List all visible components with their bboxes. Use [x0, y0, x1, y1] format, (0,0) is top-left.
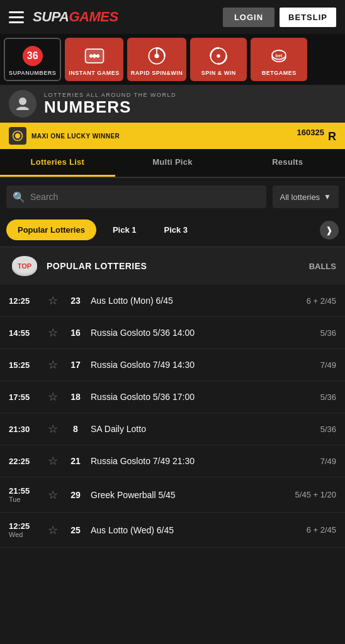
- lottery-row: 21:55 Tue ☆ 29 Greek Powerball 5/45 5/45…: [0, 477, 345, 513]
- brand-bar: LOTTERIES ALL AROUND THE WORLD NUMBERS: [0, 85, 345, 123]
- favorite-button[interactable]: ☆: [45, 523, 60, 537]
- star-icon: ☆: [48, 326, 58, 340]
- list-header-title: POPULAR LOTTERIES: [47, 261, 303, 271]
- star-icon: ☆: [48, 358, 58, 372]
- cat-spin-win[interactable]: SPIN & WIN: [190, 38, 247, 81]
- lottery-balls: 5/36: [298, 328, 336, 338]
- menu-button[interactable]: [9, 11, 24, 23]
- betgames-icon: bet: [267, 44, 291, 68]
- svg-point-10: [217, 54, 220, 57]
- list-header: TOP POPULAR LOTTERIES BALLS: [0, 247, 345, 285]
- lottery-balls: 7/49: [298, 360, 336, 370]
- cat-betgames-label: BETGAMES: [262, 70, 297, 76]
- supanumbers-icon: 36: [21, 44, 45, 68]
- filter-label: All lotteries: [280, 192, 320, 202]
- cat-rapid-spin[interactable]: RAPID SPIN&WIN: [127, 38, 187, 81]
- lottery-name: Aus Lotto (Mon) 6/45: [91, 296, 292, 306]
- pill-pick3[interactable]: Pick 3: [153, 219, 200, 240]
- svg-text:bet: bet: [276, 53, 283, 58]
- lottery-list: 12:25 ☆ 23 Aus Lotto (Mon) 6/45 6 + 2/45…: [0, 285, 345, 548]
- lottery-balls: 6 + 2/45: [298, 296, 336, 306]
- svg-text:TOP: TOP: [18, 262, 31, 270]
- tab-lotteries-list[interactable]: Lotteries List: [0, 149, 115, 177]
- pills-next-button[interactable]: ❱: [320, 221, 339, 240]
- chevron-down-icon: ▼: [324, 192, 331, 201]
- star-icon: ☆: [48, 422, 58, 436]
- logo-games: GAMES: [69, 9, 118, 25]
- header-right: LOGIN BETSLIP: [223, 8, 336, 27]
- lottery-name: Russia Gosloto 5/36 14:00: [91, 328, 292, 338]
- star-icon: ☆: [48, 390, 58, 404]
- star-icon: ☆: [48, 454, 58, 468]
- lottery-name: Aus Lotto (Wed) 6/45: [91, 525, 292, 535]
- lottery-number: 16: [67, 328, 84, 338]
- favorite-button[interactable]: ☆: [45, 422, 60, 436]
- maxi-icon: [9, 127, 26, 145]
- favorite-button[interactable]: ☆: [45, 390, 60, 404]
- lottery-row: 12:25 ☆ 23 Aus Lotto (Mon) 6/45 6 + 2/45: [0, 285, 345, 317]
- spin-win-icon: [206, 44, 230, 68]
- lottery-time: 21:55 Tue: [9, 486, 39, 503]
- favorite-button[interactable]: ☆: [45, 326, 60, 340]
- lottery-row: 21:30 ☆ 8 SA Daily Lotto 5/36: [0, 413, 345, 445]
- lottery-name: Russia Gosloto 5/36 17:00: [91, 392, 292, 402]
- lottery-balls: 5/45 + 1/20: [295, 490, 336, 499]
- maxi-banner: MAXI ONE LUCKY WINNER 160325 R: [0, 123, 345, 149]
- list-header-balls: BALLS: [309, 262, 336, 271]
- lottery-time: 15:25: [9, 360, 39, 370]
- cat-instant-games[interactable]: INSTANT GAMES: [65, 38, 123, 81]
- tab-multi-pick[interactable]: Multi Pick: [115, 149, 230, 177]
- cat-rapid-label: RAPID SPIN&WIN: [131, 70, 183, 76]
- lottery-row: 14:55 ☆ 16 Russia Gosloto 5/36 14:00 5/3…: [0, 317, 345, 349]
- maxi-text: MAXI ONE LUCKY WINNER: [31, 133, 120, 140]
- cat-supanumbers[interactable]: 36 SUPANUMBERS: [4, 38, 61, 81]
- login-button[interactable]: LOGIN: [223, 8, 274, 27]
- pill-popular-lotteries[interactable]: Popular Lotteries: [6, 219, 96, 240]
- betslip-button[interactable]: BETSLIP: [280, 8, 336, 27]
- filter-dropdown[interactable]: All lotteries ▼: [273, 186, 339, 208]
- cat-betgames[interactable]: bet BETGAMES: [251, 38, 307, 81]
- lottery-number: 23: [67, 296, 84, 306]
- lottery-name: Russia Gosloto 7/49 21:30: [91, 456, 292, 466]
- logo-supa: SUPA: [33, 9, 69, 25]
- instant-games-icon: [82, 44, 106, 68]
- svg-point-15: [19, 97, 26, 105]
- star-icon: ☆: [48, 294, 58, 308]
- lottery-row: 17:55 ☆ 18 Russia Gosloto 5/36 17:00 5/3…: [0, 381, 345, 413]
- category-nav: 36 SUPANUMBERS INSTANT GAMES: [0, 34, 345, 85]
- lottery-name: SA Daily Lotto: [91, 424, 292, 434]
- header: SUPA GAMES LOGIN BETSLIP: [0, 0, 345, 34]
- brand-icon: [9, 90, 37, 118]
- lottery-number: 21: [67, 456, 84, 466]
- cat-instant-label: INSTANT GAMES: [69, 70, 119, 76]
- cat-supanumbers-label: SUPANUMBERS: [9, 70, 56, 76]
- favorite-button[interactable]: ☆: [45, 358, 60, 372]
- lottery-number: 25: [67, 525, 84, 535]
- maxi-currency: R: [328, 130, 336, 143]
- tab-results[interactable]: Results: [230, 149, 345, 177]
- chevron-right-icon: ❱: [325, 225, 333, 235]
- lottery-number: 8: [67, 424, 84, 434]
- favorite-button[interactable]: ☆: [45, 454, 60, 468]
- favorite-button[interactable]: ☆: [45, 294, 60, 308]
- lottery-time: 22:25: [9, 457, 39, 466]
- lottery-balls: 7/49: [298, 457, 336, 466]
- pill-pick1[interactable]: Pick 1: [101, 219, 148, 240]
- lottery-time: 17:55: [9, 392, 39, 402]
- lottery-name: Greek Powerball 5/45: [91, 490, 289, 500]
- brand-text: LOTTERIES ALL AROUND THE WORLD NUMBERS: [44, 92, 176, 116]
- lottery-balls: 5/36: [298, 425, 336, 434]
- lottery-balls: 6 + 2/45: [298, 525, 336, 535]
- lottery-name: Russia Gosloto 7/49 14:30: [91, 360, 292, 370]
- search-icon: 🔍: [13, 191, 25, 203]
- maxi-left: MAXI ONE LUCKY WINNER: [9, 127, 120, 145]
- lottery-time: 12:25 Wed: [9, 521, 39, 538]
- favorite-button[interactable]: ☆: [45, 488, 60, 502]
- maxi-amount: 160325: [297, 128, 324, 144]
- lottery-number: 29: [67, 490, 84, 500]
- lottery-time: 14:55: [9, 328, 39, 338]
- search-input[interactable]: [30, 186, 260, 208]
- search-box[interactable]: 🔍: [6, 186, 266, 208]
- lottery-row: 15:25 ☆ 17 Russia Gosloto 7/49 14:30 7/4…: [0, 349, 345, 381]
- svg-rect-5: [92, 55, 96, 57]
